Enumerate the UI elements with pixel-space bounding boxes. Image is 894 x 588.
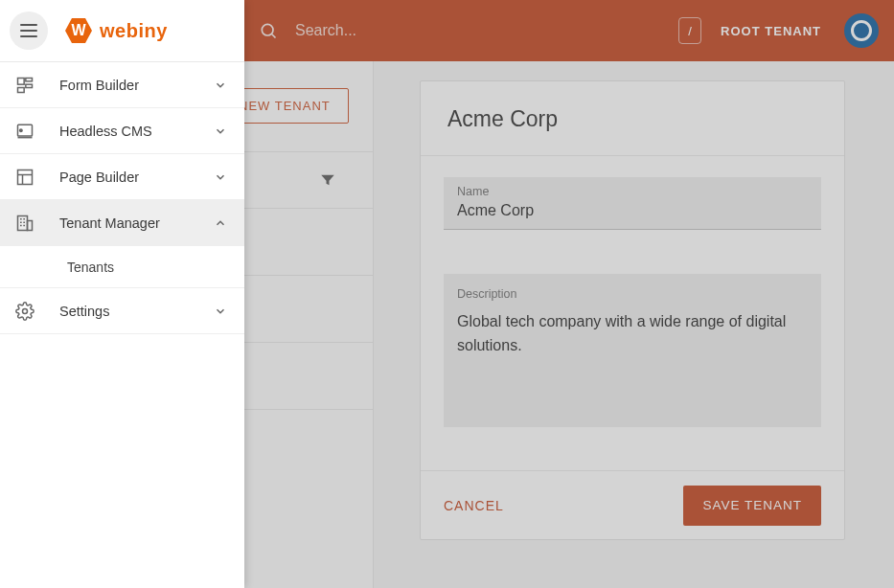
svg-rect-5: [18, 87, 25, 92]
sidebar-item-label: Settings: [59, 304, 109, 319]
headless-cms-icon: [15, 122, 34, 141]
sidebar-item-label: Page Builder: [59, 170, 139, 185]
modal-overlay[interactable]: [244, 0, 894, 588]
chevron-down-icon: [214, 79, 227, 92]
form-builder-icon: [15, 76, 34, 95]
hamburger-icon: [20, 24, 37, 37]
svg-point-19: [23, 308, 28, 313]
chevron-down-icon: [214, 124, 227, 138]
sidebar-subitem-tenants[interactable]: Tenants: [0, 246, 244, 288]
sidebar-item-form-builder[interactable]: Form Builder: [0, 62, 244, 108]
sidebar-item-settings[interactable]: Settings: [0, 288, 244, 334]
sidebar-item-tenant-manager[interactable]: Tenant Manager: [0, 200, 244, 246]
chevron-down-icon: [214, 170, 227, 184]
logo-text: webiny: [100, 20, 168, 42]
sidebar-item-label: Tenant Manager: [59, 215, 160, 231]
sidebar-item-label: Headless CMS: [59, 124, 152, 139]
chevron-down-icon: [214, 305, 227, 318]
tenant-manager-icon: [15, 214, 34, 233]
svg-rect-2: [18, 78, 25, 84]
page-builder-icon: [15, 168, 34, 187]
svg-rect-4: [26, 84, 33, 87]
sidebar: W webiny Form Builder: [0, 0, 244, 588]
svg-rect-8: [18, 170, 33, 184]
sidebar-header: W webiny: [0, 0, 244, 61]
sidebar-item-label: Form Builder: [59, 78, 139, 93]
sidebar-item-headless-cms[interactable]: Headless CMS: [0, 108, 244, 154]
sidebar-subitem-label: Tenants: [67, 260, 114, 275]
nav: Form Builder Headless CMS: [0, 61, 244, 334]
logo[interactable]: W webiny: [65, 17, 168, 44]
menu-toggle-button[interactable]: [10, 11, 48, 50]
svg-rect-3: [26, 78, 33, 80]
chevron-up-icon: [214, 216, 227, 230]
settings-icon: [15, 302, 34, 321]
svg-point-7: [20, 128, 23, 131]
logo-mark-icon: W: [65, 17, 92, 44]
svg-rect-11: [18, 215, 28, 230]
svg-rect-12: [28, 220, 33, 230]
sidebar-item-page-builder[interactable]: Page Builder: [0, 154, 244, 200]
